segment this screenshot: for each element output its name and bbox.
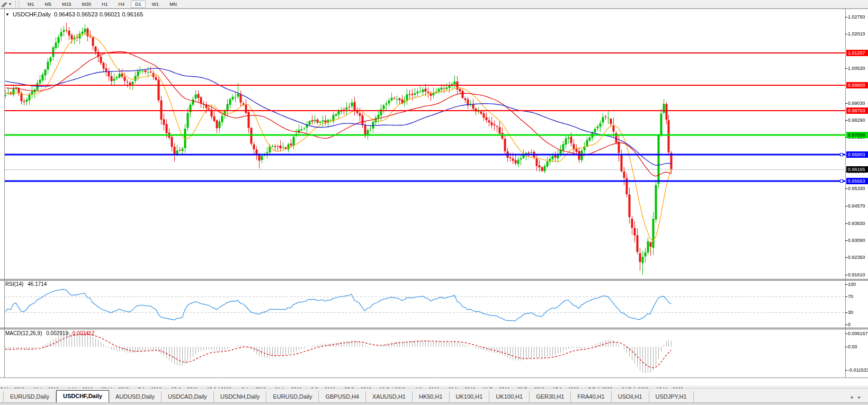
timeframe-button-mn[interactable]: MN <box>165 1 181 8</box>
macd-signal-value: 0.002452 <box>73 330 95 336</box>
timeframe-button-h4[interactable]: H4 <box>114 1 129 8</box>
price-line-label: 0.98703 <box>846 107 868 114</box>
price-tick: 1.02010 <box>848 31 868 37</box>
rsi-value: 46.1714 <box>28 281 47 287</box>
macd-label: MACD(12,26,9) 0.002919 0.002452 <box>5 330 94 336</box>
tab-usdcad-daily[interactable]: USDCAD,Daily <box>162 391 214 402</box>
rsi-axis-tick: 100 <box>848 282 856 287</box>
tab-audusd-daily[interactable]: AUDUSD,Daily <box>109 391 162 402</box>
price-tick: 0.91610 <box>848 272 868 278</box>
mt4-window: { "toolbar": { "timeframes": ["M1","M5",… <box>0 0 868 405</box>
price-tick: 1.00530 <box>848 66 868 71</box>
price-tick: 1.02750 <box>848 14 868 20</box>
bottom-scrollbar[interactable] <box>0 402 868 405</box>
chart-symbol: USDCHF,Daily <box>13 11 51 17</box>
tab-uk100-h1[interactable]: UK100,H1 <box>450 391 490 402</box>
tab-usdchf-daily[interactable]: USDCHF,Daily <box>56 390 109 403</box>
tab-usdjpy-h1[interactable]: USDJPY,H1 <box>649 391 694 402</box>
tab-eurusd-daily[interactable]: EURUSD,Daily <box>266 391 319 402</box>
tab-fra40-h1[interactable]: FRA40,H1 <box>571 391 611 402</box>
tab-list: EURUSD,DailyUSDCHF,DailyAUDUSD,DailyUSDC… <box>0 390 694 403</box>
drawing-tool-icon[interactable] <box>1 1 9 7</box>
chevron-down-icon[interactable]: ▾ <box>9 2 11 6</box>
toolbar-separator <box>15 1 19 7</box>
tab-gbpusd-h4[interactable]: GBPUSD,H4 <box>319 391 366 402</box>
timeframe-buttons: M1M5M15M30H1H4D1W1MN <box>22 1 182 8</box>
symbol-dropdown-icon[interactable]: ▼ <box>5 12 10 17</box>
timeframe-button-m30[interactable]: M30 <box>78 1 96 8</box>
timeframe-button-w1[interactable]: W1 <box>148 1 164 8</box>
price-tick: 0.92350 <box>848 255 868 260</box>
price-tick: 0.95330 <box>848 186 868 192</box>
rsi-label: RSI(14) 46.1714 <box>5 281 47 287</box>
macd-axis-tick: -0.011533 <box>848 367 868 373</box>
chart-title-quotes: 0.96453 0.96523 0.96021 0.96165 <box>54 11 143 17</box>
tab-hk50-h1[interactable]: HK50,H1 <box>413 391 450 402</box>
timeframe-button-h1[interactable]: H1 <box>97 1 112 8</box>
tab-uk100-h1[interactable]: UK100,H1 <box>489 391 530 402</box>
rsi-axis-tick: 0 <box>848 322 851 328</box>
timeframe-button-d1[interactable]: D1 <box>131 1 146 8</box>
timeframe-button-m15[interactable]: M15 <box>58 1 76 8</box>
macd-axis-tick: 0.006167 <box>848 331 868 337</box>
tab-scroll-arrows[interactable]: ◂ ▸ <box>850 394 863 400</box>
price-tick: 0.93090 <box>848 238 868 244</box>
price-tick: 0.94570 <box>848 203 868 209</box>
chart-title: ▼ USDCHF,Daily 0.96453 0.96523 0.96021 0… <box>5 11 143 17</box>
chart-window: ▼ USDCHF,Daily 0.96453 0.96523 0.96021 0… <box>0 8 868 385</box>
rsi-name: RSI(14) <box>5 281 23 287</box>
price-line-label: 0.95663 <box>846 178 868 184</box>
macd-value: 0.002919 <box>46 330 68 336</box>
tab-usdcnh-daily[interactable]: USDCNH,Daily <box>214 391 267 402</box>
tab-usoil-h1[interactable]: USOil,H1 <box>612 391 649 402</box>
price-tick: 0.98290 <box>848 118 868 123</box>
tab-xauusd-h1[interactable]: XAUUSD,H1 <box>366 391 413 402</box>
rsi-axis-tick: 30 <box>848 310 853 316</box>
timeframe-button-m5[interactable]: M5 <box>41 1 56 8</box>
price-tick: 0.99030 <box>848 101 868 106</box>
price-line-label: 1.01207 <box>846 50 868 56</box>
price-line-label: 0.96803 <box>846 151 868 158</box>
timeframe-button-m1[interactable]: M1 <box>23 1 39 8</box>
current-price-label: 0.96165 <box>846 166 868 173</box>
rsi-axis-tick: 70 <box>848 294 853 300</box>
price-tick: 0.93830 <box>848 221 868 227</box>
macd-axis-tick: 0.00 <box>848 344 857 350</box>
price-line-label: 0.97658 <box>846 132 868 138</box>
chart-canvas[interactable] <box>0 8 868 385</box>
toolbar: ▾ M1M5M15M30H1H4D1W1MN <box>0 0 868 8</box>
tab-ger30-h1[interactable]: GER30,H1 <box>530 391 571 402</box>
macd-name: MACD(12,26,9) <box>5 330 42 336</box>
tab-bar: EURUSD,DailyUSDCHF,DailyAUDUSD,DailyUSDC… <box>0 388 868 403</box>
price-line-label: 0.99800 <box>846 82 868 88</box>
tab-eurusd-daily[interactable]: EURUSD,Daily <box>3 391 56 402</box>
